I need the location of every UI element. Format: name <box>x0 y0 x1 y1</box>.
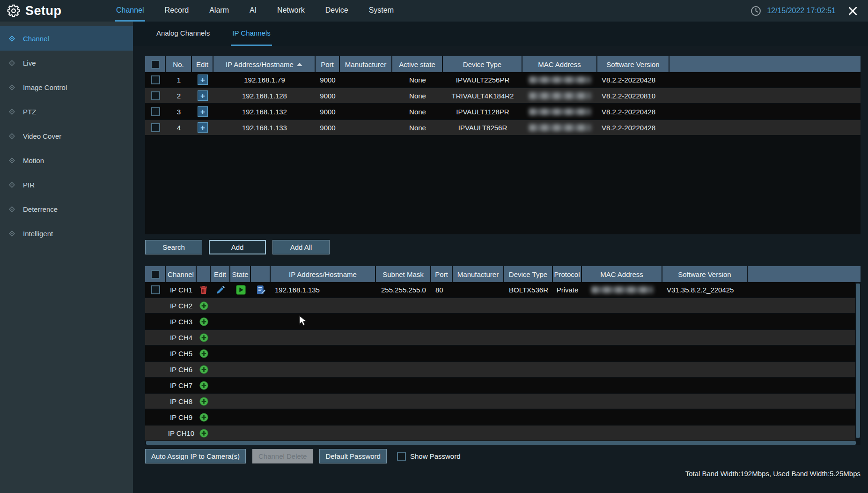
add-channel-icon[interactable] <box>199 429 208 438</box>
default-password-button[interactable]: Default Password <box>319 449 387 463</box>
sidebar-item-ptz[interactable]: PTZ <box>0 99 133 124</box>
delete-channel-icon[interactable] <box>199 285 208 294</box>
cell-mac <box>582 394 662 409</box>
cell-manufacturer <box>453 314 504 329</box>
state-preview-icon[interactable] <box>236 285 246 295</box>
row-checkbox[interactable] <box>151 285 160 294</box>
sidebar-item-deterrence[interactable]: Deterrence <box>0 197 133 221</box>
column-header-cb[interactable] <box>145 56 166 72</box>
cell-doc <box>251 410 271 425</box>
show-password-checkbox[interactable] <box>397 452 406 461</box>
top-menu-alarm[interactable]: Alarm <box>208 0 230 22</box>
discovered-devices-header: No.EditIP Address/HostnamePortManufactur… <box>145 56 861 72</box>
select-all-checkbox[interactable] <box>151 60 160 69</box>
add-button[interactable]: Add <box>209 240 266 254</box>
channel-row-ip-ch2[interactable]: IP CH2 <box>145 298 861 314</box>
sidebar-item-pir[interactable]: PIR <box>0 172 133 197</box>
sidebar-item-intelligent[interactable]: Intelligent <box>0 221 133 246</box>
cell-software_version: V8.2.2-20220810 <box>597 88 669 103</box>
add-channel-icon[interactable] <box>199 317 208 326</box>
channel-row-ip-ch7[interactable]: IP CH7 <box>145 378 861 394</box>
column-header-edit: Edit <box>211 266 230 282</box>
add-channel-icon[interactable] <box>199 365 208 374</box>
channel-row-ip-ch4[interactable]: IP CH4 <box>145 330 861 346</box>
search-button[interactable]: Search <box>145 240 202 254</box>
vertical-scrollbar-thumb[interactable] <box>856 284 860 438</box>
add-device-button[interactable]: + <box>198 106 208 117</box>
channel-row-ip-ch3[interactable]: IP CH3 <box>145 314 861 330</box>
top-menu-device[interactable]: Device <box>324 0 349 22</box>
add-channel-icon[interactable] <box>199 349 208 358</box>
add-device-button[interactable]: + <box>198 90 208 101</box>
horizontal-scrollbar-thumb[interactable] <box>146 441 856 445</box>
sidebar-item-label: Deterrence <box>23 205 58 213</box>
sidebar-item-image-control[interactable]: Image Control <box>0 75 133 99</box>
top-menu-record[interactable]: Record <box>164 0 190 22</box>
cell-manufacturer <box>340 104 392 119</box>
close-icon[interactable] <box>848 6 858 16</box>
sidebar-item-live[interactable]: Live <box>0 51 133 75</box>
channel-row-ip-ch1[interactable]: IP CH1192.168.1.135255.255.255.080BOLTX5… <box>145 282 861 298</box>
select-all-checkbox[interactable] <box>151 270 160 279</box>
sidebar-item-motion[interactable]: Motion <box>0 148 133 172</box>
device-row-4[interactable]: 4+192.168.1.1339000NoneIPVAULT8256RV8.2.… <box>145 120 861 136</box>
sort-ascending-icon[interactable] <box>297 63 302 66</box>
add-channel-icon[interactable] <box>199 333 208 342</box>
row-checkbox[interactable] <box>151 107 160 116</box>
add-all-button[interactable]: Add All <box>272 240 330 254</box>
cell-port: 9000 <box>316 88 340 103</box>
top-menu-channel[interactable]: Channel <box>115 0 145 22</box>
channel-row-ip-ch9[interactable]: IP CH9 <box>145 410 861 426</box>
add-channel-icon[interactable] <box>199 413 208 422</box>
cell-mac <box>522 72 597 87</box>
column-header-state: State <box>230 266 251 282</box>
edit-channel-icon[interactable] <box>216 285 225 294</box>
channel-row-ip-ch5[interactable]: IP CH5 <box>145 346 861 362</box>
sidebar-item-video-cover[interactable]: Video Cover <box>0 124 133 148</box>
device-row-3[interactable]: 3+192.168.1.1329000NoneIPVAULT1128PRV8.2… <box>145 104 861 120</box>
cell-action <box>197 314 211 329</box>
vertical-scrollbar[interactable] <box>855 282 861 441</box>
row-checkbox[interactable] <box>151 123 160 132</box>
channel-row-ip-ch6[interactable]: IP CH6 <box>145 362 861 378</box>
add-channel-icon[interactable] <box>199 397 208 406</box>
top-menu-ai[interactable]: AI <box>249 0 257 22</box>
row-checkbox[interactable] <box>151 75 160 84</box>
sidebar-item-channel[interactable]: Channel <box>0 26 133 51</box>
cell-active_state: None <box>392 88 443 103</box>
tab-ip-channels[interactable]: IP Channels <box>231 22 272 46</box>
cell-software_version <box>662 314 748 329</box>
cell-cb <box>145 426 166 441</box>
cell-cb <box>145 88 166 103</box>
channel-row-ip-ch10[interactable]: IP CH10 <box>145 426 861 441</box>
add-device-button[interactable]: + <box>198 122 208 133</box>
top-menu-system[interactable]: System <box>368 0 395 22</box>
discovered-devices-body: 1+192.168.1.799000NoneIPVAULT2256PRV8.2.… <box>145 72 861 136</box>
column-header-cb[interactable] <box>145 266 166 282</box>
channel-parameters-icon[interactable] <box>256 285 266 295</box>
tab-analog-channels[interactable]: Analog Channels <box>155 22 211 46</box>
channel-row-ip-ch8[interactable]: IP CH8 <box>145 394 861 410</box>
device-row-2[interactable]: 2+192.168.1.1289000NoneTRIVAULT4K184R2V8… <box>145 88 861 104</box>
cell-subnet_mask <box>376 298 431 313</box>
cell-no: 4 <box>166 120 192 135</box>
cell-blank <box>748 314 861 329</box>
cell-state <box>230 298 251 313</box>
ip-channels-body: IP CH1192.168.1.135255.255.255.080BOLTX5… <box>145 282 861 441</box>
add-device-button[interactable]: + <box>198 75 208 85</box>
cell-protocol <box>553 330 582 345</box>
column-header-blank <box>748 266 861 282</box>
cell-doc <box>251 314 271 329</box>
auto-assign-ip-button[interactable]: Auto Assign IP to Camera(s) <box>145 449 246 463</box>
top-menu-network[interactable]: Network <box>276 0 306 22</box>
cell-mac <box>582 314 662 329</box>
horizontal-scrollbar[interactable] <box>145 441 861 445</box>
row-checkbox[interactable] <box>151 91 160 100</box>
cell-manufacturer <box>340 120 392 135</box>
add-channel-icon[interactable] <box>199 301 208 310</box>
device-row-1[interactable]: 1+192.168.1.799000NoneIPVAULT2256PRV8.2.… <box>145 72 861 88</box>
sidebar-item-label: Image Control <box>23 83 67 91</box>
cell-action <box>197 298 211 313</box>
add-channel-icon[interactable] <box>199 381 208 390</box>
cell-device_type <box>504 394 553 409</box>
